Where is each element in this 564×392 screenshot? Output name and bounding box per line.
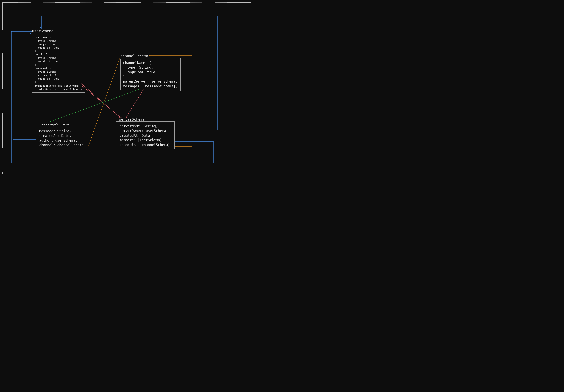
server-schema-block: serverSchema serverName: String, serverO… bbox=[117, 117, 175, 149]
channel-schema-block: channelSchema channelName: { type: Strin… bbox=[120, 54, 180, 91]
user-schema-title: UserSchema bbox=[32, 29, 85, 33]
server-schema-title: serverSchema bbox=[117, 117, 175, 121]
channel-schema-title: channelSchema bbox=[120, 54, 180, 58]
user-schema-body: username: { type: String, unique: true, … bbox=[32, 34, 85, 93]
server-schema-body: serverName: String, serverOwner: userSch… bbox=[117, 122, 175, 149]
message-schema-block: messageSchema message: String, createdAt… bbox=[37, 122, 86, 149]
message-schema-title: messageSchema bbox=[37, 122, 86, 126]
message-schema-body: message: String, createdAt: Date, author… bbox=[37, 127, 86, 149]
channel-schema-body: channelName: { type: String, required: t… bbox=[120, 59, 180, 91]
user-schema-block: UserSchema username: { type: String, uni… bbox=[32, 29, 85, 93]
